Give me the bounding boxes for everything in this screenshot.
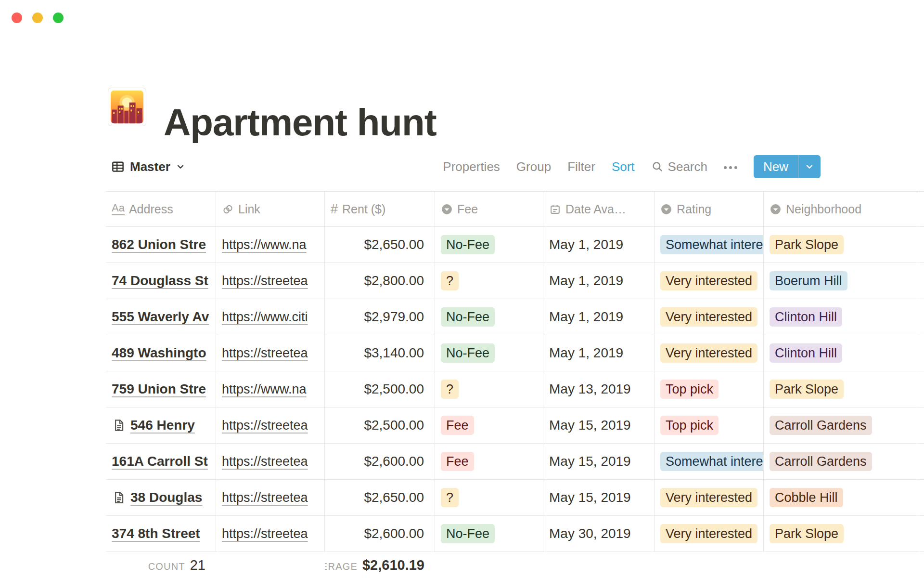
- date-available-cell[interactable]: May 13, 2019: [543, 371, 654, 407]
- neighborhood-cell[interactable]: Park Slope: [764, 371, 917, 407]
- link-cell[interactable]: https://streetea: [216, 444, 325, 479]
- link-cell[interactable]: https://streetea: [216, 407, 325, 443]
- address-cell[interactable]: 759 Union Stre: [106, 371, 216, 407]
- column-header-fee[interactable]: Fee: [435, 192, 543, 226]
- search-button[interactable]: Search: [651, 159, 707, 174]
- date-available-cell[interactable]: May 15, 2019: [543, 407, 654, 443]
- rent-cell[interactable]: $2,650.00: [325, 480, 435, 515]
- rating-cell[interactable]: Very interested: [654, 516, 764, 552]
- rating-cell[interactable]: Top pick: [654, 371, 764, 407]
- address-cell[interactable]: 161A Carroll St: [106, 444, 216, 479]
- filter-button[interactable]: Filter: [567, 159, 595, 174]
- rating-cell[interactable]: Somewhat interested: [654, 227, 764, 263]
- neighborhood-cell[interactable]: Carroll Gardens: [764, 444, 917, 479]
- date-value: May 15, 2019: [549, 418, 631, 433]
- date-available-cell[interactable]: May 15, 2019: [543, 480, 654, 515]
- clipped-extra-cell[interactable]: [917, 516, 924, 552]
- neighborhood-cell[interactable]: Park Slope: [764, 227, 917, 263]
- column-header-neighborhood[interactable]: Neighborhood: [764, 192, 917, 226]
- rating-cell[interactable]: Very interested: [654, 335, 764, 371]
- column-header-date-ava[interactable]: Date Ava…: [543, 192, 654, 226]
- traffic-light-minimize-button[interactable]: [32, 13, 43, 23]
- page-title[interactable]: Apartment hunt: [164, 97, 436, 147]
- group-button[interactable]: Group: [516, 159, 551, 174]
- footer-average-cell[interactable]: AVERAGE $2,610.19: [325, 552, 435, 578]
- rating-cell[interactable]: Very interested: [654, 299, 764, 335]
- clipped-extra-cell[interactable]: [917, 444, 924, 479]
- date-value: May 15, 2019: [549, 454, 631, 469]
- rating-cell[interactable]: Very interested: [654, 480, 764, 515]
- link-cell[interactable]: https://www.na: [216, 227, 325, 263]
- footer-count-cell[interactable]: COUNT 21: [106, 552, 216, 578]
- clipped-extra-cell[interactable]: [917, 227, 924, 263]
- rating-cell[interactable]: Somewhat interested: [654, 444, 764, 479]
- rent-cell[interactable]: $2,600.00: [325, 516, 435, 552]
- column-header-hidden[interactable]: [917, 192, 924, 226]
- address-cell[interactable]: 489 Washingto: [106, 335, 216, 371]
- rent-cell[interactable]: $2,800.00: [325, 263, 435, 299]
- link-cell[interactable]: https://streetea: [216, 335, 325, 371]
- address-cell[interactable]: 546 Henry: [106, 407, 216, 443]
- column-header-rent[interactable]: #Rent ($): [325, 192, 435, 226]
- traffic-light-close-button[interactable]: [12, 13, 22, 23]
- fee-cell[interactable]: Fee: [435, 444, 543, 479]
- link-cell[interactable]: https://streetea: [216, 516, 325, 552]
- neighborhood-cell[interactable]: Boerum Hill: [764, 263, 917, 299]
- clipped-extra-cell[interactable]: [917, 263, 924, 299]
- rent-cell[interactable]: $2,500.00: [325, 407, 435, 443]
- address-cell[interactable]: 38 Douglas: [106, 480, 216, 515]
- traffic-light-zoom-button[interactable]: [53, 13, 64, 23]
- neighborhood-cell[interactable]: Park Slope: [764, 516, 917, 552]
- fee-cell[interactable]: Fee: [435, 407, 543, 443]
- fee-cell[interactable]: ?: [435, 371, 543, 407]
- neighborhood-cell[interactable]: Clinton Hill: [764, 299, 917, 335]
- new-button-caret[interactable]: [798, 155, 821, 178]
- rent-cell[interactable]: $2,500.00: [325, 371, 435, 407]
- link-cell[interactable]: https://www.citi: [216, 299, 325, 335]
- rent-cell[interactable]: $2,600.00: [325, 444, 435, 479]
- view-tab-master[interactable]: Master: [111, 159, 186, 174]
- link-cell[interactable]: https://streetea: [216, 480, 325, 515]
- date-available-cell[interactable]: May 15, 2019: [543, 444, 654, 479]
- fee-cell[interactable]: ?: [435, 480, 543, 515]
- column-header-rating[interactable]: Rating: [654, 192, 764, 226]
- clipped-extra-cell[interactable]: [917, 407, 924, 443]
- clipped-extra-cell[interactable]: [917, 371, 924, 407]
- new-button[interactable]: New: [754, 155, 798, 178]
- neighborhood-cell[interactable]: Clinton Hill: [764, 335, 917, 371]
- fee-cell[interactable]: ?: [435, 263, 543, 299]
- date-available-cell[interactable]: May 30, 2019: [543, 516, 654, 552]
- link-cell[interactable]: https://www.na: [216, 371, 325, 407]
- column-header-link[interactable]: Link: [216, 192, 325, 226]
- rent-cell[interactable]: $3,140.00: [325, 335, 435, 371]
- more-options-button[interactable]: [724, 164, 737, 169]
- rent-cell[interactable]: $2,979.00: [325, 299, 435, 335]
- link-cell[interactable]: https://streetea: [216, 263, 325, 299]
- date-available-cell[interactable]: May 1, 2019: [543, 227, 654, 263]
- fee-cell[interactable]: No-Fee: [435, 335, 543, 371]
- date-available-cell[interactable]: May 1, 2019: [543, 299, 654, 335]
- rent-cell[interactable]: $2,650.00: [325, 227, 435, 263]
- date-available-cell[interactable]: May 1, 2019: [543, 335, 654, 371]
- sort-button[interactable]: Sort: [612, 159, 635, 174]
- rating-cell[interactable]: Top pick: [654, 407, 764, 443]
- address-cell[interactable]: 74 Douglass St: [106, 263, 216, 299]
- clipped-extra-cell[interactable]: [917, 480, 924, 515]
- fee-cell[interactable]: No-Fee: [435, 516, 543, 552]
- rating-cell[interactable]: Very interested: [654, 263, 764, 299]
- page-emoji-icon[interactable]: [108, 88, 146, 126]
- address-cell[interactable]: 374 8th Street: [106, 516, 216, 552]
- address-cell[interactable]: 862 Union Stre: [106, 227, 216, 263]
- table-row: 74 Douglass Sthttps://streetea$2,800.00?…: [106, 263, 924, 299]
- clipped-extra-cell[interactable]: [917, 335, 924, 371]
- neighborhood-cell[interactable]: Carroll Gardens: [764, 407, 917, 443]
- fee-cell[interactable]: No-Fee: [435, 227, 543, 263]
- neighborhood-cell[interactable]: Cobble Hill: [764, 480, 917, 515]
- properties-button[interactable]: Properties: [443, 159, 500, 174]
- date-available-cell[interactable]: May 1, 2019: [543, 263, 654, 299]
- fee-cell[interactable]: No-Fee: [435, 299, 543, 335]
- tag-pill: Carroll Gardens: [770, 452, 872, 471]
- clipped-extra-cell[interactable]: [917, 299, 924, 335]
- address-cell[interactable]: 555 Waverly Av: [106, 299, 216, 335]
- column-header-address[interactable]: AaAddress: [106, 192, 216, 226]
